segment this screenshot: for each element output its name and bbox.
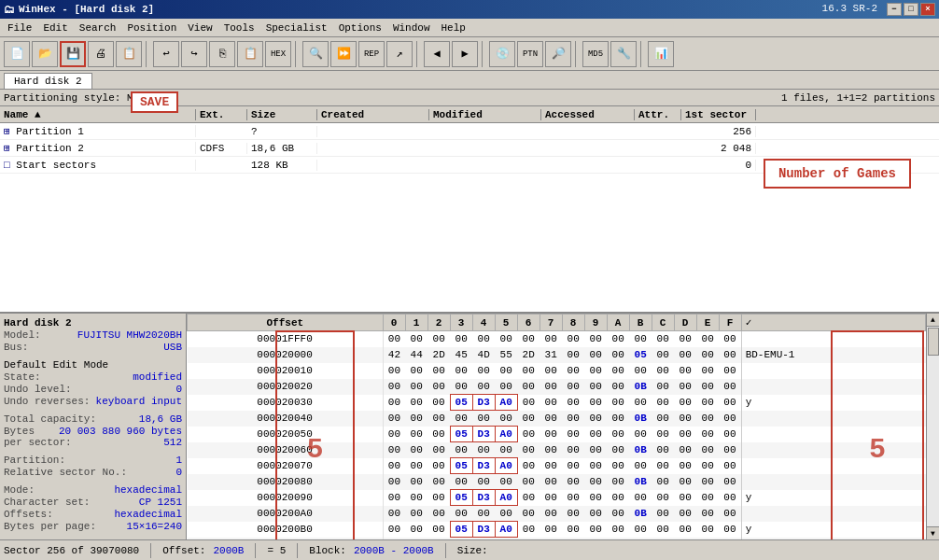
- file-row-partition2[interactable]: ⊞ Partition 2 CDFS 18,6 GB 2 048: [0, 140, 939, 157]
- goto-button[interactable]: ↗: [386, 41, 413, 67]
- calc-button[interactable]: 🔎: [545, 41, 571, 67]
- hex-byte: 00: [629, 395, 652, 411]
- hex-byte: 00: [383, 379, 405, 395]
- title-bar: 🗂 WinHex - [Hard disk 2] 16.3 SR-2 − □ ×: [0, 0, 939, 19]
- menu-search[interactable]: Search: [74, 21, 122, 35]
- close-button[interactable]: ×: [920, 3, 935, 16]
- hex-byte: 00: [696, 442, 719, 458]
- toolbar-sep-2: [295, 41, 299, 67]
- menu-specialist[interactable]: Specialist: [260, 21, 333, 35]
- hex-byte: 2D: [427, 347, 450, 363]
- number-of-games-label: Number of Games: [778, 166, 896, 181]
- hex-byte: 00: [719, 474, 741, 490]
- hex-byte: 00: [517, 522, 540, 538]
- partition-row: Partition: 1: [4, 455, 182, 466]
- menu-position[interactable]: Position: [121, 21, 182, 35]
- col-sector: 1st sector: [681, 109, 756, 120]
- hex-byte: 00: [427, 411, 450, 427]
- hex-byte: 00: [652, 522, 674, 538]
- size-label: Size:: [457, 545, 488, 556]
- menu-file[interactable]: File: [2, 21, 37, 35]
- hex-byte: 00: [562, 458, 584, 474]
- hex-byte: 00: [540, 427, 562, 442]
- col-modified: Modified: [429, 109, 541, 120]
- partition-button[interactable]: PTN: [517, 41, 543, 67]
- props-button[interactable]: 📋: [116, 41, 142, 67]
- hex-ascii: [741, 458, 925, 474]
- minimize-button[interactable]: −: [887, 3, 902, 16]
- scroll-up-button[interactable]: ▲: [927, 314, 939, 327]
- hex-byte: 00: [652, 379, 674, 395]
- redo-button[interactable]: ↪: [181, 41, 207, 67]
- hex-byte: 00: [427, 522, 450, 538]
- bus-value: USB: [163, 342, 182, 353]
- menu-tools[interactable]: Tools: [218, 21, 260, 35]
- print-button[interactable]: 🖨: [88, 41, 114, 67]
- open-button[interactable]: 📂: [32, 41, 58, 67]
- file-name-start-sectors: □ Start sectors: [0, 160, 196, 171]
- file-name-partition2: ⊞ Partition 2: [0, 142, 196, 154]
- nav-right-button[interactable]: ▶: [452, 41, 478, 67]
- scrollbar[interactable]: ▲ ▼: [926, 314, 939, 539]
- hex-byte: 00: [696, 522, 719, 538]
- hex-byte: 00: [719, 347, 741, 363]
- hex-byte: 00: [696, 395, 719, 411]
- menu-edit[interactable]: Edit: [37, 21, 73, 35]
- menu-options[interactable]: Options: [333, 21, 387, 35]
- tab-hard-disk-2[interactable]: Hard disk 2: [4, 73, 92, 89]
- toolbar-sep-4: [482, 41, 485, 67]
- file-row-partition1[interactable]: ⊞ Partition 1 ? 256: [0, 123, 939, 140]
- toolbar-sep-3: [416, 41, 420, 67]
- hex-byte: 00: [674, 458, 696, 474]
- save-button[interactable]: 💾: [60, 41, 86, 67]
- extra-button[interactable]: 📊: [648, 41, 674, 67]
- edit-mode-label: Default Edit Mode: [4, 359, 108, 371]
- menu-help[interactable]: Help: [436, 21, 471, 35]
- model-row: Model: FUJITSU MHW2020BH: [4, 329, 182, 341]
- hex-byte: 00: [427, 490, 450, 506]
- copy-button[interactable]: ⎘: [209, 41, 235, 67]
- col-created: Created: [317, 109, 429, 120]
- hex-ascii: [741, 506, 925, 522]
- scroll-thumb[interactable]: [928, 328, 939, 356]
- nav-left-button[interactable]: ◀: [424, 41, 450, 67]
- disk-button[interactable]: 💿: [489, 41, 515, 67]
- hex-byte: 00: [540, 442, 562, 458]
- hex-ascii: y: [741, 490, 925, 506]
- hex-byte: 00: [450, 506, 472, 522]
- hex-byte: 00: [517, 427, 540, 442]
- hex-byte: 00: [405, 506, 427, 522]
- hex-byte: 31: [540, 347, 562, 363]
- bps-value: 512: [163, 437, 182, 448]
- paste-button[interactable]: 📋: [237, 41, 263, 67]
- scroll-down-button[interactable]: ▼: [927, 526, 939, 539]
- undo-button[interactable]: ↩: [153, 41, 179, 67]
- hex-byte: A0: [495, 458, 517, 474]
- hex-byte: 00: [719, 379, 741, 395]
- tools2-button[interactable]: 🔧: [610, 41, 637, 67]
- hex-byte: 00: [719, 363, 741, 379]
- hex-byte: 00: [584, 379, 607, 395]
- hex-byte: 00: [607, 331, 629, 347]
- hex-byte: 00: [495, 331, 517, 347]
- hex-row: 00002000042442D454D552D31000000050000000…: [188, 347, 926, 363]
- replace-button[interactable]: REP: [358, 41, 385, 67]
- hex-byte: 00: [629, 490, 652, 506]
- menu-window[interactable]: Window: [387, 21, 436, 35]
- hex-byte: 00: [652, 490, 674, 506]
- hex-byte: 00: [540, 458, 562, 474]
- hex-byte: 00: [517, 395, 540, 411]
- hex-byte: 44: [405, 347, 427, 363]
- hex-byte: 00: [517, 331, 540, 347]
- hex-byte: 00: [562, 347, 584, 363]
- restore-button[interactable]: □: [904, 3, 918, 16]
- menu-view[interactable]: View: [182, 21, 217, 35]
- search-next-button[interactable]: ⏩: [330, 41, 357, 67]
- hex-byte: 00: [652, 458, 674, 474]
- hex-byte: 05: [450, 490, 472, 506]
- search-button[interactable]: 🔍: [302, 41, 329, 67]
- hex-button[interactable]: HEX: [265, 41, 291, 67]
- new-button[interactable]: 📄: [4, 41, 30, 67]
- hash-button[interactable]: MD5: [582, 41, 609, 67]
- edit-mode-row: Default Edit Mode: [4, 359, 182, 371]
